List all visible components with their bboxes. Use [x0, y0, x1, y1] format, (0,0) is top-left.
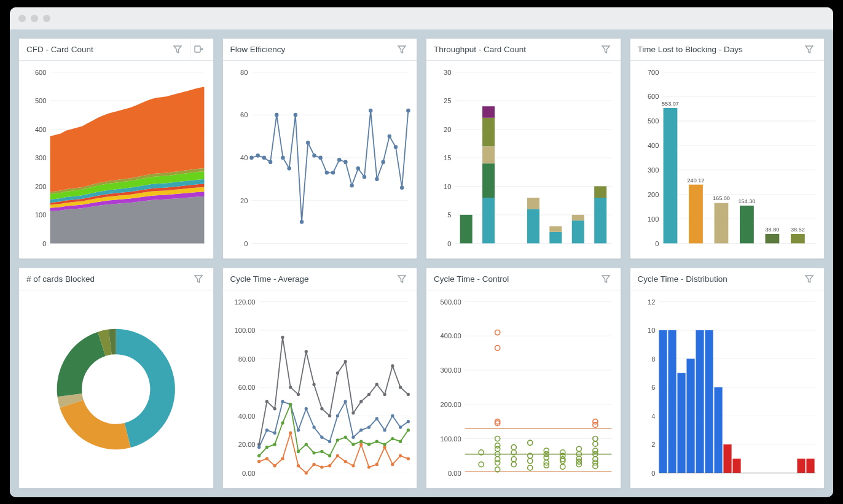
- svg-point-43: [362, 174, 366, 179]
- svg-point-46: [381, 160, 385, 164]
- dashboard-card-blocked: # of cards Blocked: [18, 268, 214, 489]
- svg-text:8: 8: [651, 355, 655, 362]
- filter-icon[interactable]: [393, 41, 410, 58]
- svg-point-124: [281, 335, 284, 338]
- svg-text:38.52: 38.52: [790, 226, 804, 232]
- svg-point-138: [391, 364, 394, 367]
- svg-point-150: [327, 440, 331, 443]
- svg-text:40: 40: [240, 153, 248, 161]
- filter-icon[interactable]: [597, 41, 614, 58]
- svg-rect-99: [714, 203, 728, 243]
- svg-point-184: [281, 457, 284, 460]
- svg-point-33: [299, 220, 303, 224]
- svg-point-162: [265, 445, 268, 448]
- svg-rect-76: [572, 214, 584, 220]
- svg-point-142: [265, 428, 268, 431]
- svg-rect-72: [527, 198, 539, 209]
- svg-text:154.30: 154.30: [738, 198, 755, 204]
- dashboard-card-ctavg: Cycle Time - Average 0.0020.0040.0060.00…: [222, 268, 418, 489]
- svg-text:700: 700: [647, 68, 659, 76]
- svg-point-122: [265, 400, 268, 403]
- svg-point-259: [593, 463, 598, 468]
- card-actions: [597, 41, 614, 58]
- svg-text:0.00: 0.00: [241, 469, 255, 476]
- card-title: Time Lost to Blocking - Days: [638, 45, 743, 54]
- chart-body: [19, 290, 213, 488]
- chart-svg: 0100200300400500600: [23, 64, 210, 255]
- svg-point-256: [593, 441, 598, 446]
- svg-rect-73: [549, 231, 562, 243]
- svg-point-231: [511, 456, 516, 461]
- svg-point-173: [351, 443, 355, 446]
- svg-point-251: [576, 446, 581, 451]
- svg-text:100.00: 100.00: [234, 326, 255, 333]
- svg-point-139: [398, 386, 401, 389]
- card-actions: [393, 41, 410, 58]
- svg-point-143: [273, 431, 276, 434]
- svg-point-188: [312, 462, 315, 465]
- svg-point-140: [406, 392, 409, 395]
- svg-text:2: 2: [651, 440, 655, 448]
- filter-icon[interactable]: [190, 270, 207, 287]
- window-max-dot[interactable]: [43, 15, 50, 22]
- svg-point-171: [335, 438, 339, 441]
- svg-point-42: [356, 166, 359, 171]
- svg-text:12: 12: [648, 298, 655, 305]
- svg-point-154: [359, 428, 363, 431]
- card-actions: [169, 41, 207, 58]
- svg-rect-71: [527, 209, 539, 243]
- svg-rect-103: [765, 233, 779, 242]
- svg-text:10: 10: [648, 326, 655, 333]
- svg-point-136: [375, 382, 378, 386]
- svg-text:15: 15: [444, 153, 451, 161]
- filter-icon[interactable]: [597, 270, 614, 287]
- svg-point-152: [343, 400, 347, 403]
- svg-point-156: [375, 417, 378, 420]
- svg-text:60: 60: [240, 111, 248, 118]
- svg-point-47: [387, 134, 391, 138]
- svg-point-195: [367, 465, 370, 468]
- filter-icon[interactable]: [801, 270, 818, 287]
- svg-point-131: [335, 371, 339, 374]
- svg-point-148: [312, 425, 315, 428]
- window-close-dot[interactable]: [18, 15, 26, 22]
- svg-point-168: [312, 451, 315, 454]
- svg-point-200: [406, 457, 409, 460]
- svg-point-28: [268, 160, 272, 164]
- svg-text:4: 4: [651, 412, 655, 419]
- svg-point-179: [398, 440, 401, 443]
- svg-point-182: [265, 457, 268, 460]
- svg-point-165: [289, 403, 292, 406]
- svg-point-155: [367, 425, 370, 428]
- filter-icon[interactable]: [169, 41, 186, 58]
- svg-text:0: 0: [447, 239, 451, 247]
- chart-body: 0100200300400500600700553.07240.12165.00…: [630, 61, 825, 258]
- dashboard-card-throughput: Throughput - Card Count 051015202530: [426, 38, 621, 259]
- svg-text:200: 200: [35, 182, 47, 190]
- svg-text:200.00: 200.00: [441, 400, 461, 408]
- svg-point-199: [398, 454, 401, 457]
- svg-rect-281: [714, 387, 722, 473]
- svg-point-45: [375, 177, 378, 181]
- svg-rect-278: [686, 359, 694, 473]
- svg-point-169: [320, 449, 323, 452]
- svg-point-181: [257, 460, 260, 463]
- dashboard-card-ctdist: Cycle Time - Distribution 024681012: [630, 268, 825, 489]
- export-icon[interactable]: [190, 41, 207, 58]
- svg-text:600: 600: [647, 93, 659, 100]
- svg-rect-67: [482, 163, 495, 198]
- card-title: # of cards Blocked: [26, 274, 95, 284]
- svg-text:500.00: 500.00: [441, 298, 461, 305]
- window-min-dot[interactable]: [31, 15, 38, 22]
- svg-point-37: [324, 171, 328, 175]
- svg-text:300.00: 300.00: [441, 366, 461, 374]
- filter-icon[interactable]: [393, 270, 410, 287]
- svg-rect-0: [195, 46, 200, 52]
- svg-point-50: [406, 108, 410, 112]
- svg-rect-70: [482, 106, 495, 118]
- svg-text:10: 10: [444, 182, 451, 190]
- svg-point-130: [327, 414, 331, 417]
- chart-body: 0.00100.00200.00300.00400.00500.00: [426, 290, 621, 488]
- svg-text:300: 300: [647, 166, 659, 173]
- filter-icon[interactable]: [801, 41, 818, 58]
